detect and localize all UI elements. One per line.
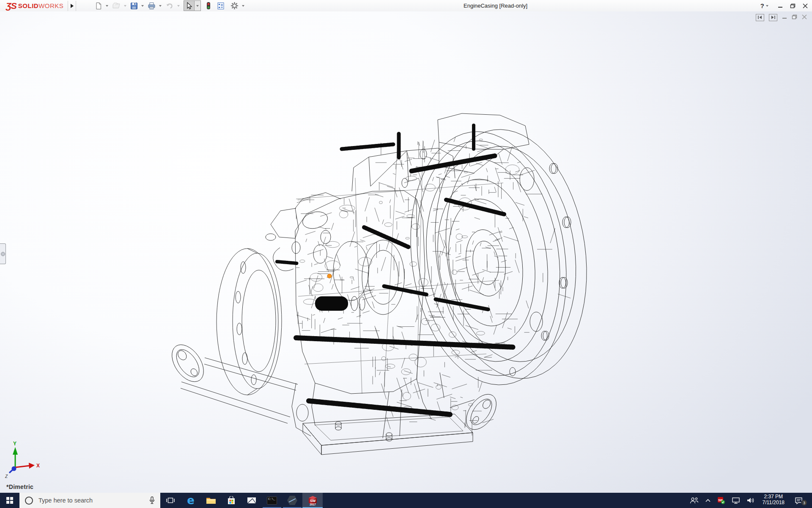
window-controls: ? [760, 0, 808, 11]
doc-restore-button[interactable] [792, 14, 797, 21]
brand-solid: SOLID [18, 2, 38, 9]
solidworks-2017-icon: SW2017 [307, 495, 318, 506]
print-button[interactable] [147, 1, 156, 11]
dark-cylinder-part [315, 296, 348, 311]
print-dropdown[interactable] [159, 5, 162, 7]
select-tool-button[interactable] [184, 0, 201, 11]
tray-overflow-button[interactable] [704, 493, 712, 508]
search-input[interactable] [38, 497, 146, 504]
store-icon [227, 496, 236, 505]
people-button[interactable] [688, 493, 700, 508]
casing-rings [395, 121, 582, 395]
triad-y-label: Y [13, 441, 16, 447]
pane-collapse-left-button[interactable] [756, 14, 764, 21]
file-properties-button[interactable] [216, 1, 225, 11]
taskbar-store[interactable] [221, 493, 241, 508]
microphone-icon[interactable] [149, 496, 155, 505]
save-button[interactable] [129, 1, 139, 11]
volume-icon [746, 497, 755, 504]
save-icon [130, 2, 138, 10]
new-document-icon [95, 2, 102, 10]
action-center-button[interactable]: 3 [791, 493, 806, 508]
rebuild-button[interactable] [205, 1, 212, 11]
file-properties-icon [217, 2, 225, 10]
svg-text:2017: 2017 [310, 503, 316, 506]
windows-logo-icon [6, 497, 13, 504]
brand-works: WORKS [38, 2, 63, 9]
undo-dropdown[interactable] [177, 5, 180, 7]
title-bar: ƷS SOLIDWORKS [0, 0, 812, 12]
new-document-button[interactable] [94, 1, 103, 11]
command-prompt-icon: C:\_ [267, 497, 277, 505]
solidworks-tray-button[interactable]: SW [716, 493, 727, 508]
triad-z-label: Z [5, 474, 8, 479]
people-icon [689, 497, 699, 504]
new-document-dropdown[interactable] [106, 5, 108, 7]
desktop: { "titlebar": { "title": "EngineCasing [… [0, 0, 812, 508]
save-dropdown[interactable] [141, 5, 144, 7]
taskbar-search[interactable] [19, 493, 160, 508]
doc-minimize-button[interactable] [782, 14, 787, 21]
graphics-viewport[interactable]: Y X Z *Dimetric [0, 11, 812, 493]
open-dropdown[interactable] [124, 5, 126, 7]
orientation-triad[interactable]: Y X Z [5, 441, 40, 479]
close-icon [803, 3, 808, 8]
network-icon [732, 497, 740, 504]
cortana-icon [25, 497, 33, 505]
selection-point [327, 274, 332, 278]
select-tool-dropdown[interactable] [194, 1, 200, 11]
menu-flyout-button[interactable] [68, 1, 76, 11]
restore-button[interactable] [790, 3, 796, 8]
task-view-icon [166, 497, 175, 504]
task-view-button[interactable] [160, 493, 181, 508]
select-dropdown-arrow [196, 5, 199, 7]
triad-x-label: X [36, 463, 40, 469]
system-tray: SW 2:37 PM 7/11/2018 3 [688, 493, 812, 508]
help-dropdown[interactable] [766, 5, 768, 7]
quick-toolbar [94, 0, 247, 11]
doc-restore-icon [792, 14, 797, 19]
options-gear-icon [230, 2, 239, 10]
open-icon [112, 2, 121, 10]
taskbar-mail[interactable] [241, 493, 262, 508]
feature-pane-splitter-tab[interactable] [0, 243, 6, 264]
print-icon [148, 2, 156, 10]
pane-collapse-right-button[interactable] [769, 14, 777, 21]
open-button[interactable] [111, 1, 121, 11]
wireframe-model: Y X Z [0, 11, 812, 493]
mail-icon [247, 497, 256, 504]
clock-date: 7/11/2018 [763, 500, 785, 505]
help-label: ? [760, 2, 764, 9]
chevron-up-icon [705, 499, 711, 502]
start-button[interactable] [0, 493, 19, 508]
volume-button[interactable] [745, 493, 756, 508]
close-button[interactable] [803, 3, 808, 8]
options-dropdown[interactable] [242, 5, 244, 7]
wireframe-detail-hatch [296, 137, 571, 436]
solidworks-tray-icon: SW [717, 497, 725, 504]
clock-time: 2:37 PM [763, 494, 785, 500]
svg-text:SW: SW [310, 498, 316, 502]
minimize-button[interactable] [778, 3, 783, 8]
file-explorer-icon [206, 497, 216, 505]
doc-close-button[interactable] [802, 14, 807, 21]
hex-app-icon [287, 496, 297, 505]
taskbar-hex-cad-app[interactable] [282, 493, 302, 508]
clock[interactable]: 2:37 PM 7/11/2018 [760, 492, 787, 508]
help-button[interactable]: ? [760, 2, 771, 9]
minimize-icon [778, 3, 783, 8]
undo-button[interactable] [165, 1, 175, 11]
taskbar-command-prompt[interactable]: C:\_ [262, 493, 282, 508]
threaded-rods [277, 125, 513, 414]
solidworks-logo: ƷS SOLIDWORKS [0, 0, 68, 11]
edge-icon: e [187, 495, 195, 506]
undo-icon [165, 2, 174, 10]
network-button[interactable] [730, 493, 741, 508]
taskbar-file-explorer[interactable] [201, 493, 221, 508]
rebuild-traffic-light-icon [206, 2, 211, 10]
doc-minimize-icon [782, 14, 787, 19]
taskbar-solidworks[interactable]: SW2017 [302, 493, 323, 508]
select-cursor-icon [185, 2, 193, 10]
taskbar-edge[interactable]: e [181, 493, 201, 508]
options-button[interactable] [230, 1, 239, 11]
